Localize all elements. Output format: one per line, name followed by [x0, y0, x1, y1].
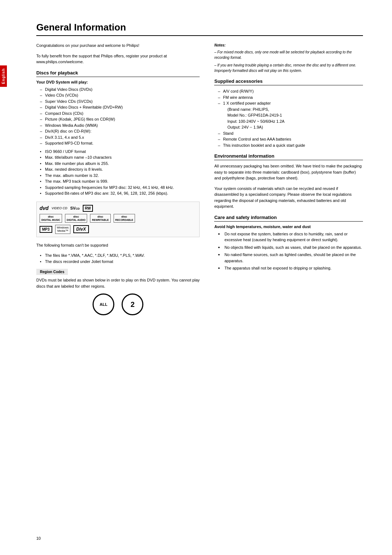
list-item: Supported MP3-CD format.	[40, 140, 200, 146]
disc-logo-1: discDIGITAL MUSIC	[40, 214, 62, 223]
note1: – For mixed mode discs, only one mode wi…	[214, 49, 363, 60]
list-item: (Brand name: PHILIPS,	[218, 106, 363, 113]
svcd-logo: SVCD	[70, 206, 79, 210]
list-item: Input: 100-240V ~ 50/60Hz 1.2A	[218, 118, 363, 125]
list-item: No naked flame sources, such as lighted …	[218, 252, 363, 264]
list-item: Model No.: GFP451DA-2419-1	[218, 112, 363, 118]
region-all-label: ALL	[100, 302, 107, 307]
list-item: Compact Discs (CDs)	[40, 110, 200, 117]
right-column: Notes: – For mixed mode discs, only one …	[214, 42, 363, 319]
format-logos: dvd VIDEO CD SVCD RW discDIGITAL MUSIC d…	[36, 202, 200, 237]
page: English General Information Congratulati…	[0, 0, 392, 555]
dvd-subtitle: Your DVD System will play:	[36, 80, 200, 84]
list-item: The max. MP3 track number is 999.	[40, 178, 200, 185]
list-item: Super Video CDs (SVCDs)	[40, 98, 200, 105]
notes-title: Notes:	[214, 42, 363, 48]
list-item: The max. album number is 32.	[40, 173, 200, 179]
care-section-title: Care and safety information	[214, 215, 363, 222]
unsupported-intro: The following formats can't be supported	[36, 242, 200, 248]
list-item: Supported sampling frequencies for MP3 d…	[40, 185, 200, 191]
intro-para1: Congratulations on your purchase and wel…	[36, 42, 200, 49]
list-item: DivX(R) disc on CD-R(W):	[40, 128, 200, 134]
care-list: Do not expose the system, batteries or d…	[214, 231, 363, 271]
care-subtitle: Avoid high temperatures, moisture, water…	[214, 224, 363, 229]
list-item: Windows Media Audio (WMA)	[40, 122, 200, 129]
video-cd-logo: VIDEO CD	[52, 206, 68, 210]
region-2-label: 2	[131, 300, 135, 309]
dvd-bullet-list: ISO 9660 / UDF format Max. title/album n…	[36, 149, 200, 197]
notes-box: Notes: – For mixed mode discs, only one …	[214, 42, 363, 73]
list-item: Supported Bit-rates of MP3 disc are: 32,…	[40, 190, 200, 197]
list-item: This instruction booklet and a quick sta…	[218, 142, 363, 149]
page-number: 10	[36, 536, 41, 540]
divx-logo: DivX	[73, 225, 89, 233]
disc-logo-3: discREWRITABLE	[90, 214, 110, 223]
left-column: Congratulations on your purchase and wel…	[36, 42, 200, 319]
dvd-logo: dvd	[40, 205, 49, 211]
region-icons: ALL 2	[36, 293, 200, 315]
list-item: FM wire antenna	[218, 94, 363, 101]
region-codes-description: DVDs must be labeled as shown below in o…	[36, 277, 200, 289]
region-codes-box: Region Codes	[36, 269, 68, 275]
list-item: The discs recorded under Joliet format	[40, 259, 200, 265]
list-item: Output: 24V ⎓ 1.9A)	[218, 124, 363, 130]
note2: – If you are having trouble playing a ce…	[214, 62, 363, 73]
list-item: DivX 3.11, 4.x and 5.x	[40, 134, 200, 141]
intro-para2: To fully benefit from the support that P…	[36, 53, 200, 65]
dvdrw-logo: RW	[83, 205, 93, 212]
two-column-layout: Congratulations on your purchase and wel…	[36, 42, 363, 319]
discs-section-title: Discs for playback	[36, 70, 200, 77]
environmental-section-title: Environmental information	[214, 153, 363, 160]
dvd-list: Digital Video Discs (DVDs) Video CDs (VC…	[36, 86, 200, 146]
list-item: Digital Video Discs + Rewritable (DVD+RW…	[40, 104, 200, 110]
list-item: Max. nested directory is 8 levels.	[40, 166, 200, 173]
unsupported-list: The files like *.VMA, *.AAC, *.DLF, *.M3…	[36, 252, 200, 264]
list-item: 1 X certified power adapter	[218, 100, 363, 106]
list-item: ISO 9660 / UDF format	[40, 149, 200, 155]
disc-logo-4: discRECORDABLE	[114, 214, 135, 223]
list-item: Remote Control and two AAA batteries	[218, 136, 363, 142]
list-item: Max. title number plus album is 255.	[40, 161, 200, 167]
logos-row-2: discDIGITAL MUSIC discDIGITAL AUDIO disc…	[40, 214, 135, 223]
mp3-logo: MP3	[40, 226, 52, 233]
environmental-para2: Your system consists of materials which …	[214, 186, 363, 210]
list-item: Video CDs (VCDs)	[40, 92, 200, 98]
list-item: A/V cord (R/W/Y)	[218, 88, 363, 94]
logos-row-3: MP3 WindowsMedia™ DivX	[40, 225, 89, 234]
windows-media-logo: WindowsMedia™	[55, 225, 70, 234]
region-codes-section: Region Codes DVDs must be labeled as sho…	[36, 269, 200, 315]
supplied-section-title: Supplied accessories	[214, 78, 363, 85]
list-item: No objects filled with liquids, such as …	[218, 244, 363, 251]
list-item: Max. title/album name –10 characters	[40, 154, 200, 161]
language-tab: English	[0, 65, 7, 87]
supplied-list: A/V cord (R/W/Y) FM wire antenna 1 X cer…	[214, 88, 363, 148]
environmental-para1: All unnecessary packaging has been omitt…	[214, 163, 363, 181]
list-item: The apparatus shall not be exposed to dr…	[218, 265, 363, 271]
disc-logo-2: discDIGITAL AUDIO	[65, 214, 87, 223]
page-title: General Information	[36, 22, 363, 36]
list-item: Picture (Kodak, JPEG) files on CDR(W)	[40, 116, 200, 122]
list-item: Digital Video Discs (DVDs)	[40, 86, 200, 93]
region-all-icon: ALL	[93, 293, 114, 315]
region-2-icon: 2	[122, 293, 143, 315]
list-item: Stand	[218, 130, 363, 137]
list-item: Do not expose the system, batteries or d…	[218, 231, 363, 243]
logos-row-1: dvd VIDEO CD SVCD RW	[40, 205, 93, 212]
list-item: The files like *.VMA, *.AAC, *.DLF, *.M3…	[40, 252, 200, 259]
